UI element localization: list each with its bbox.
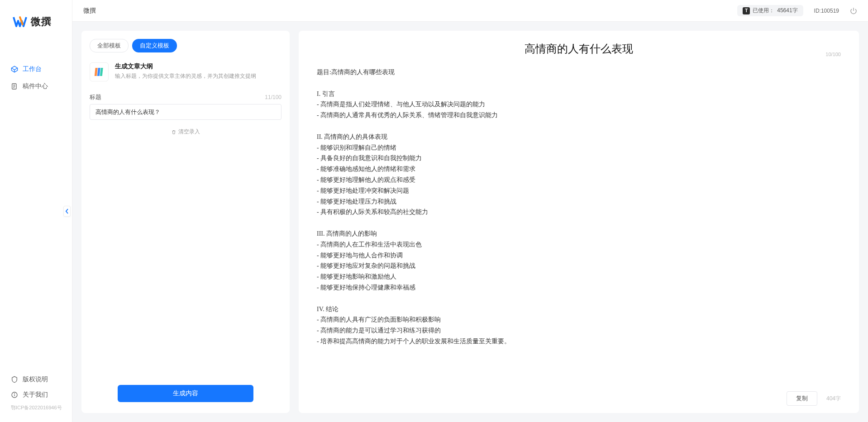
svg-rect-14 <box>100 68 103 76</box>
template-description: 输入标题，为你提供文章主体的灵感，并为其创建推文提纲 <box>115 72 281 80</box>
cube-icon <box>11 66 18 73</box>
shield-icon <box>11 376 18 383</box>
nav-label: 工作台 <box>23 65 42 73</box>
document-title-counter: 10/100 <box>825 52 841 57</box>
template-thumb-icon <box>90 62 109 81</box>
tab-custom-templates[interactable]: 自定义模板 <box>132 39 177 52</box>
svg-rect-12 <box>95 68 98 76</box>
copy-button[interactable]: 复制 <box>787 391 817 406</box>
output-panel: 高情商的人有什么表现 10/100 题目:高情商的人有哪些表现 I. 引言 - … <box>299 31 859 413</box>
clear-input-button[interactable]: 清空录入 <box>81 120 290 144</box>
title-field-block: 标题 11/100 <box>81 90 290 120</box>
title-field-counter: 11/100 <box>265 94 281 100</box>
title-input[interactable] <box>90 104 281 120</box>
template-card: 生成文章大纲 输入标题，为你提供文章主体的灵感，并为其创建推文提纲 <box>81 60 290 90</box>
template-tabs: 全部模板 自定义模板 <box>81 39 290 60</box>
main-nav: 工作台 稿件中心 <box>0 38 72 372</box>
document-body[interactable]: 题目:高情商的人有哪些表现 I. 引言 - 高情商是指人们处理情绪、与他人互动以… <box>299 61 859 387</box>
template-title: 生成文章大纲 <box>115 62 281 71</box>
page-title: 微撰 <box>83 7 96 15</box>
svg-line-2 <box>14 68 18 70</box>
usage-prefix: 已使用： <box>753 7 774 14</box>
title-field-label: 标题 <box>90 93 101 101</box>
nav-workbench[interactable]: 工作台 <box>0 61 72 78</box>
clear-label: 清空录入 <box>178 128 200 136</box>
text-icon: T <box>743 7 750 14</box>
icp-text: 鄂ICP备2022016946号 <box>0 403 72 415</box>
nav-about[interactable]: 关于我们 <box>0 387 72 403</box>
user-id: ID:100519 <box>814 8 839 14</box>
power-icon[interactable] <box>850 7 857 14</box>
topbar: 微撰 T 已使用：45641字 ID:100519 <box>72 0 868 22</box>
generate-button[interactable]: 生成内容 <box>118 385 253 402</box>
usage-value: 45641字 <box>777 7 797 14</box>
sidebar: 微撰 工作台 稿件中心 版权说明 <box>0 0 72 422</box>
nav-label: 稿件中心 <box>23 82 48 90</box>
info-icon <box>11 391 18 398</box>
word-count: 404字 <box>826 395 841 403</box>
svg-point-10 <box>14 394 15 394</box>
svg-line-1 <box>11 68 14 70</box>
trash-icon <box>171 129 176 135</box>
document-title[interactable]: 高情商的人有什么表现 <box>317 42 841 56</box>
tab-all-templates[interactable]: 全部模板 <box>90 39 129 52</box>
logo-text: 微撰 <box>31 15 52 28</box>
input-panel: 全部模板 自定义模板 生成文章大纲 输入标题，为你提供文章主体的灵感，并为其创建… <box>81 31 290 413</box>
nav-label: 版权说明 <box>23 375 48 384</box>
sidebar-bottom: 版权说明 关于我们 鄂ICP备2022016946号 <box>0 372 72 422</box>
collapse-sidebar-button[interactable] <box>63 206 71 217</box>
doc-icon <box>11 83 18 90</box>
logo[interactable]: 微撰 <box>0 0 72 38</box>
nav-label: 关于我们 <box>23 391 48 399</box>
document-footer: 复制 404字 <box>299 387 859 406</box>
logo-mark-icon <box>13 14 27 29</box>
usage-badge[interactable]: T 已使用：45641字 <box>737 5 803 16</box>
nav-drafts[interactable]: 稿件中心 <box>0 78 72 95</box>
svg-rect-13 <box>97 68 100 76</box>
nav-copyright[interactable]: 版权说明 <box>0 372 72 387</box>
